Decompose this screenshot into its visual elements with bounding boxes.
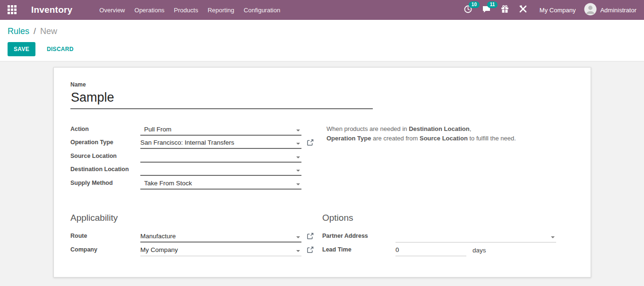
menu-overview[interactable]: Overview (94, 1, 129, 19)
messages-button[interactable]: 11 (482, 5, 491, 16)
action-row: Action Pull From (70, 122, 322, 136)
route-input[interactable]: Manufacture (140, 232, 301, 243)
destination-location-input[interactable] (140, 165, 301, 176)
operation-type-row: Operation Type San Francisco: Internal T… (70, 136, 322, 149)
partner-address-label: Partner Address (322, 233, 395, 243)
rule-form-card: Name Sample Action Pull From Operation T… (53, 67, 591, 277)
chevron-down-icon[interactable] (296, 170, 300, 172)
company-external-link-button[interactable] (307, 246, 314, 253)
menu-configuration[interactable]: Configuration (239, 1, 285, 19)
route-external-link-button[interactable] (307, 233, 314, 240)
lead-time-row: Lead Time 0 days (322, 243, 574, 256)
action-select[interactable]: Pull From (140, 125, 301, 136)
operation-type-external-link-button[interactable] (307, 139, 314, 146)
source-location-label: Source Location (70, 153, 140, 163)
control-panel: Rules / New SAVE DISCARD (0, 20, 644, 61)
breadcrumb: Rules / New (8, 26, 636, 36)
source-location-input[interactable] (140, 152, 301, 163)
operation-type-label: Operation Type (70, 139, 140, 149)
supply-method-row: Supply Method Take From Stock (70, 176, 322, 190)
user-menu[interactable]: Administrator (584, 3, 636, 17)
supply-method-label: Supply Method (70, 180, 140, 190)
activity-count-badge: 10 (469, 1, 480, 8)
route-row: Route Manufacture (70, 229, 322, 243)
content-area: Name Sample Action Pull From Operation T… (0, 61, 644, 286)
chevron-down-icon[interactable] (296, 156, 300, 158)
destination-location-label: Destination Location (70, 166, 140, 176)
destination-location-row: Destination Location (70, 163, 322, 176)
save-button[interactable]: SAVE (8, 42, 35, 56)
tools-button[interactable] (519, 5, 527, 15)
menu-operations[interactable]: Operations (130, 1, 170, 19)
external-link-icon (307, 234, 314, 241)
lead-time-input[interactable]: 0 (395, 245, 466, 256)
source-location-row: Source Location (70, 149, 322, 163)
name-input[interactable]: Sample (70, 89, 373, 109)
control-panel-buttons: SAVE DISCARD (8, 42, 636, 56)
company-input[interactable]: My Company (140, 245, 301, 256)
chevron-down-icon[interactable] (296, 143, 300, 145)
breadcrumb-current: New (40, 26, 57, 36)
chevron-down-icon[interactable] (296, 183, 300, 185)
operation-type-input[interactable]: San Francisco: Internal Transfers (140, 138, 301, 149)
chevron-down-icon[interactable] (296, 236, 300, 238)
gift-icon (500, 5, 509, 16)
lead-time-unit: days (466, 247, 486, 256)
action-label: Action (70, 126, 140, 136)
company-switcher[interactable]: My Company (540, 7, 576, 14)
name-label: Name (70, 81, 574, 88)
gift-button[interactable] (500, 5, 509, 16)
external-link-icon (307, 140, 314, 147)
partner-address-row: Partner Address (322, 229, 574, 243)
external-link-icon (307, 248, 314, 255)
partner-address-input[interactable] (395, 232, 556, 243)
breadcrumb-rules-link[interactable]: Rules (8, 26, 29, 36)
menu-reporting[interactable]: Reporting (203, 1, 239, 19)
apps-grid-icon[interactable] (8, 5, 17, 15)
app-title: Inventory (31, 5, 72, 15)
options-section-title: Options (322, 213, 574, 223)
chevron-down-icon[interactable] (296, 130, 300, 131)
message-count-badge: 11 (487, 1, 498, 8)
menu-products[interactable]: Products (169, 1, 203, 19)
applicability-section-title: Applicability (70, 213, 322, 223)
lead-time-label: Lead Time (322, 246, 395, 256)
activities-button[interactable]: 10 (464, 5, 472, 16)
user-name: Administrator (600, 7, 636, 14)
top-navbar: Inventory Overview Operations Products R… (0, 0, 644, 20)
avatar (584, 3, 597, 17)
supply-method-select[interactable]: Take From Stock (140, 179, 301, 190)
chevron-down-icon[interactable] (551, 236, 555, 238)
company-row: Company My Company (70, 243, 322, 256)
discard-button[interactable]: DISCARD (42, 42, 78, 56)
rule-help-text: When products are needed in Destination … (322, 122, 574, 143)
main-menu: Overview Operations Products Reporting C… (94, 1, 285, 19)
company-label: Company (70, 246, 140, 256)
route-label: Route (70, 233, 140, 243)
tools-icon (519, 5, 527, 15)
chevron-down-icon[interactable] (296, 250, 300, 252)
breadcrumb-separator: / (34, 26, 36, 36)
navbar-right: 10 11 (464, 3, 636, 17)
